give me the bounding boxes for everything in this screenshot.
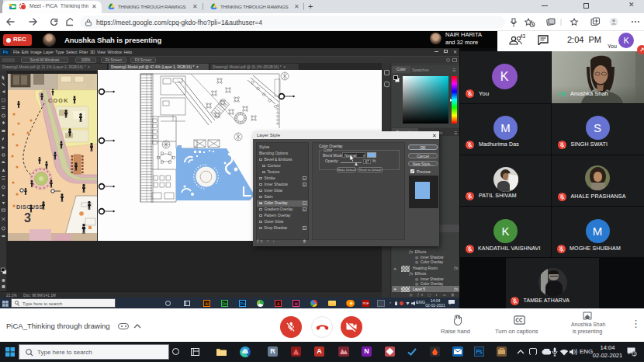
svg-text:2: 2: [633, 352, 635, 357]
svg-text:3: 3: [24, 211, 31, 225]
svg-text:43: 43: [520, 34, 525, 39]
svg-text:DISCUSS: DISCUSS: [16, 204, 43, 211]
svg-text:COOK: COOK: [48, 98, 69, 103]
